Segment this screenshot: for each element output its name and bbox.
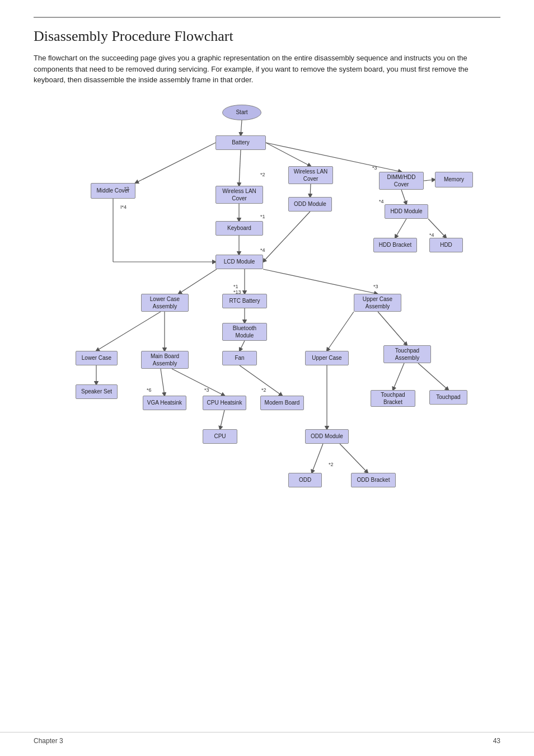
fc-node-touchpad: Touchpad — [429, 390, 467, 405]
fc-node-modem_board: Modem Board — [260, 396, 304, 410]
fc-node-odd_bracket: ODD Bracket — [351, 473, 396, 487]
svg-line-4 — [135, 143, 216, 183]
footer-page: 43 — [493, 737, 500, 745]
fc-node-lower_case_assembly: Lower Case Assembly — [141, 294, 189, 312]
svg-line-21 — [240, 341, 245, 351]
svg-line-12 — [263, 212, 310, 262]
svg-line-23 — [378, 312, 407, 345]
svg-line-26 — [172, 369, 224, 396]
fc-node-start: Start — [222, 105, 261, 120]
svg-line-1 — [266, 143, 311, 166]
svg-line-27 — [240, 365, 282, 396]
fc-node-rtc_battery: RTC Battery — [222, 294, 267, 308]
svg-line-17 — [263, 269, 377, 294]
fc-label-12: *3 — [204, 387, 209, 393]
fc-label-10: *3 — [373, 284, 378, 289]
fc-node-keyboard: Keyboard — [216, 221, 263, 236]
fc-node-odd_module_bot: ODD Module — [305, 429, 349, 444]
svg-line-30 — [220, 410, 224, 429]
fc-label-13: *2 — [261, 387, 266, 393]
fc-node-lcd_module: LCD Module — [216, 255, 263, 269]
fc-node-touchpad_assembly: Touchpad Assembly — [383, 345, 431, 363]
fc-label-8: *1 — [233, 284, 238, 289]
fc-label-3: I*4 — [120, 204, 127, 210]
fc-label-2: *3 — [372, 165, 377, 171]
svg-line-8 — [401, 190, 406, 204]
svg-line-19 — [96, 312, 161, 351]
svg-line-25 — [161, 369, 165, 396]
fc-label-7: *4 — [260, 247, 265, 253]
fc-label-0: *2 — [124, 186, 129, 191]
footer: Chapter 3 43 — [0, 732, 534, 745]
fc-node-upper_case_assembly: Upper Case Assembly — [354, 294, 401, 312]
fc-node-lower_case: Lower Case — [76, 351, 118, 365]
fc-node-main_board_assembly: Main Board Assembly — [141, 351, 189, 369]
fc-node-wireless_lan_cover: Wireless LAN Cover — [216, 186, 263, 204]
fc-node-bluetooth_module: Bluetooth Module — [222, 323, 267, 341]
fc-node-cpu: CPU — [203, 429, 237, 444]
fc-node-odd: ODD — [288, 473, 322, 487]
fc-node-speaker_set: Speaker Set — [76, 384, 118, 399]
svg-line-5 — [424, 180, 435, 181]
svg-line-6 — [310, 184, 311, 197]
fc-node-wireless_lan_cover_top: Wireless LAN Cover — [288, 166, 333, 184]
description: The flowchart on the succeeding page giv… — [34, 53, 500, 86]
fc-node-odd_module_top: ODD Module — [288, 197, 332, 212]
svg-line-29 — [418, 363, 448, 390]
svg-line-33 — [340, 444, 368, 473]
top-border — [34, 17, 500, 18]
fc-label-5: *4 — [379, 199, 384, 204]
fc-node-vga_heatsink: VGA Heatsink — [143, 396, 186, 410]
fc-node-touchpad_bracket: Touchpad Bracket — [371, 390, 415, 407]
fc-node-hdd_bracket: HDD Bracket — [373, 238, 417, 252]
fc-node-upper_case_node: Upper Case — [305, 351, 349, 365]
svg-line-32 — [312, 444, 323, 473]
fc-node-dimm_hdd_cover: DIMM/HDD Cover — [379, 172, 424, 190]
fc-label-6: *4 — [429, 232, 434, 238]
fc-node-cpu_heatsink: CPU Heatsink — [203, 396, 246, 410]
fc-label-4: *1 — [260, 214, 265, 219]
fc-node-fan: Fan — [222, 351, 257, 365]
svg-line-15 — [179, 269, 217, 294]
svg-line-22 — [327, 312, 354, 351]
fc-node-hdd_module: HDD Module — [385, 204, 428, 219]
fc-label-11: *6 — [147, 387, 152, 393]
svg-line-28 — [393, 363, 404, 390]
page: Disassembly Procedure Flowchart The flow… — [0, 0, 534, 756]
fc-node-battery: Battery — [216, 135, 266, 150]
fc-label-1: *2 — [260, 172, 265, 177]
fc-node-hdd: HDD — [429, 238, 463, 252]
flowchart-area: StartBatteryWireless LAN CoverDIMM/HDD C… — [38, 99, 496, 631]
fc-node-memory: Memory — [435, 172, 473, 187]
page-title: Disassembly Procedure Flowchart — [34, 28, 500, 45]
svg-line-9 — [395, 219, 406, 238]
fc-label-9: *13 — [233, 289, 241, 295]
svg-line-3 — [266, 143, 401, 172]
svg-line-2 — [239, 150, 241, 186]
svg-line-0 — [241, 120, 242, 135]
footer-chapter: Chapter 3 — [34, 737, 63, 745]
fc-label-14: *2 — [329, 462, 334, 467]
